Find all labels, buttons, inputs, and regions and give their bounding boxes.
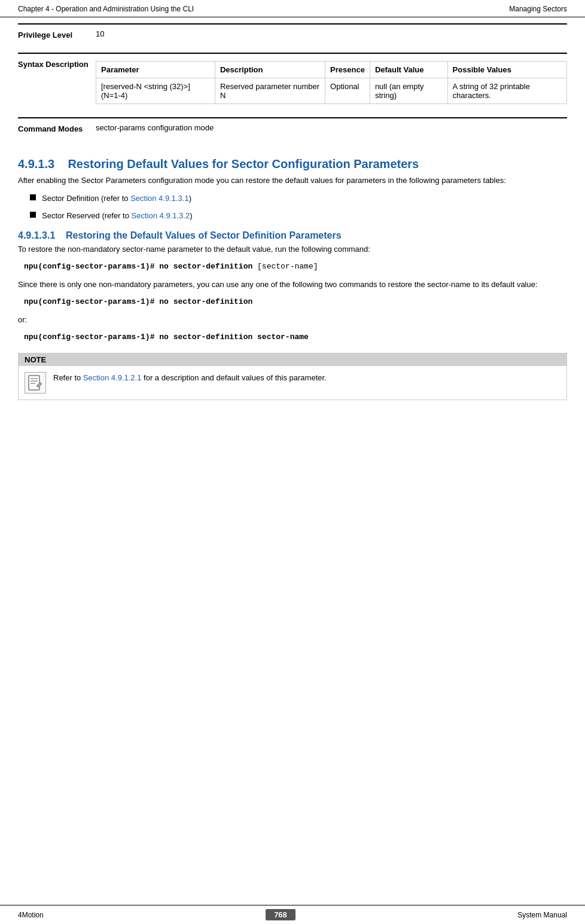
bullet-item-1: Sector Definition (refer to Section 4.9.… <box>30 193 567 205</box>
bullet-2-text: Sector Reserved (refer to Section 4.9.1.… <box>42 210 192 222</box>
page-footer: 4Motion 768 System Manual <box>0 905 585 924</box>
bullet-square-2 <box>30 212 36 218</box>
table-row: [reserved-N <string (32)>] (N=1-4)Reserv… <box>96 78 567 104</box>
note-text-content: Refer to Section 4.9.1.2.1 for a descrip… <box>53 372 327 384</box>
table-cell-parameter: [reserved-N <string (32)>] (N=1-4) <box>96 78 215 104</box>
privilege-level-label: Privilege Level <box>18 29 96 39</box>
page-header: Chapter 4 - Operation and Administration… <box>0 0 585 17</box>
section-4931-title: Restoring the Default Values of Sector D… <box>66 230 342 240</box>
section-4931-body2: Since there is only one non-mandatory pa… <box>18 279 567 291</box>
col-default-value: Default Value <box>370 62 447 78</box>
bullet-item-2: Sector Reserved (refer to Section 4.9.1.… <box>30 210 567 222</box>
syntax-description-row: Syntax Description Parameter Description… <box>18 53 567 109</box>
table-cell-description: Reserved parameter number N <box>215 78 325 104</box>
section-4932-link[interactable]: Section 4.9.1.3.2 <box>132 211 190 220</box>
table-cell-presence: Optional <box>325 78 370 104</box>
section-493-body1: After enabling the Sector Parameters con… <box>18 175 567 187</box>
section-4931-link[interactable]: Section 4.9.1.3.1 <box>130 194 189 203</box>
section-493-title: Restoring Default Values for Sector Conf… <box>68 157 419 170</box>
note-link[interactable]: Section 4.9.1.2.1 <box>83 373 142 382</box>
code-block-2: npu(config-sector-params-1)# no sector-d… <box>24 296 567 308</box>
section-4931-number: 4.9.1.3.1 <box>18 230 55 240</box>
note-box: NOTE Refer to Section 4.9.1.2.1 for a de… <box>18 353 567 400</box>
table-header-row: Parameter Description Presence Default V… <box>96 62 567 78</box>
section-4931-heading: 4.9.1.3.1 Restoring the Default Values o… <box>18 230 567 241</box>
section-493-bullets: Sector Definition (refer to Section 4.9.… <box>30 193 567 222</box>
table-cell-possible_values: A string of 32 printable characters. <box>447 78 566 104</box>
section-493-heading: 4.9.1.3 Restoring Default Values for Sec… <box>18 157 567 171</box>
col-presence: Presence <box>325 62 370 78</box>
col-possible-values: Possible Values <box>447 62 566 78</box>
code-block-1: npu(config-sector-params-1)# no sector-d… <box>24 261 567 273</box>
svg-rect-0 <box>29 376 39 390</box>
note-header: NOTE <box>19 353 566 366</box>
code-1-suffix: [sector-name] <box>252 262 318 271</box>
header-chapter: Chapter 4 - Operation and Administration… <box>18 5 194 13</box>
footer-right: System Manual <box>517 911 567 919</box>
command-modes-label: Command Modes <box>18 123 96 133</box>
bullet-square-1 <box>30 194 36 200</box>
section-493-number: 4.9.1.3 <box>18 157 54 170</box>
main-content: Privilege Level 10 Syntax Description Pa… <box>0 17 585 442</box>
col-parameter: Parameter <box>96 62 215 78</box>
privilege-level-row: Privilege Level 10 <box>18 23 567 44</box>
syntax-description-label: Syntax Description <box>18 59 96 104</box>
header-section: Managing Sectors <box>509 5 567 13</box>
command-modes-value: sector-params configuration mode <box>96 123 567 133</box>
section-4931-body1: To restore the non-mandatory sector-name… <box>18 243 567 255</box>
bullet-1-text: Sector Definition (refer to Section 4.9.… <box>42 193 191 205</box>
command-modes-row: Command Modes sector-params configuratio… <box>18 117 567 138</box>
or-text: or: <box>18 314 567 326</box>
parameter-table: Parameter Description Presence Default V… <box>96 61 567 104</box>
col-description: Description <box>215 62 325 78</box>
footer-left: 4Motion <box>18 911 44 919</box>
code-block-3: npu(config-sector-params-1)# no sector-d… <box>24 331 567 343</box>
note-body: Refer to Section 4.9.1.2.1 for a descrip… <box>19 366 566 400</box>
table-cell-default_value: null (an empty string) <box>370 78 447 104</box>
syntax-description-value: Parameter Description Presence Default V… <box>96 59 567 104</box>
note-icon <box>25 372 46 394</box>
privilege-level-value: 10 <box>96 29 567 39</box>
footer-page-number: 768 <box>266 909 295 920</box>
